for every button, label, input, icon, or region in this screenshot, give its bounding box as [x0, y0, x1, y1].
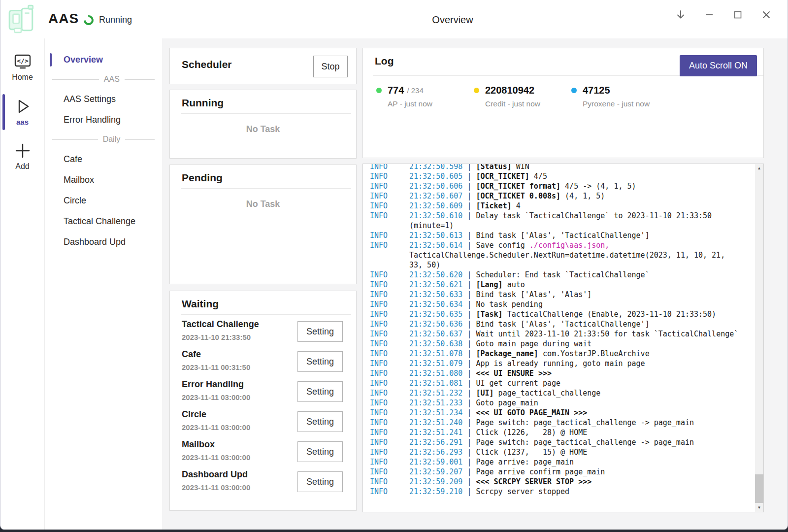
log-text-segment: [Package_name] [476, 349, 538, 358]
log-timestamp: 21:32:50.610 [409, 211, 462, 220]
log-timestamp: 21:32:51.080 [409, 369, 462, 378]
sidebar-item-label: Tactical Challenge [64, 216, 135, 226]
scrollbar-up-icon[interactable]: ▲ [755, 164, 763, 172]
log-level: INFO [370, 171, 409, 181]
task-setting-button[interactable]: Setting [297, 321, 343, 342]
task-setting-button[interactable]: Setting [297, 381, 343, 402]
log-message: 21:32:51.240 | Page switch: page_tactica… [409, 418, 742, 428]
log-line: INFO21:32:50.633 | Bind task ['Alas', 'A… [370, 290, 755, 299]
stat-top-row: 774/ 234 [376, 85, 474, 96]
sidebar-item-error-handling[interactable]: Error Handling [45, 109, 162, 130]
log-message: 21:32:50.606 | [OCR_TICKET format] 4/5 -… [409, 181, 742, 191]
task-setting-button[interactable]: Setting [297, 351, 343, 372]
scrollbar-thumb[interactable] [755, 474, 763, 503]
log-text-segment: <<< UI GOTO PAGE_MAIN >>> [476, 408, 587, 417]
log-level: INFO [370, 457, 409, 467]
log-message: 21:32:50.634 | No task pending [409, 299, 742, 309]
log-level: INFO [370, 368, 409, 378]
pending-empty-text: No Task [170, 199, 356, 209]
stop-button[interactable]: Stop [313, 56, 348, 77]
log-text-segment: Bind task ['Alas', 'TacticalChallenge'] [476, 231, 649, 240]
log-level: INFO [370, 290, 409, 299]
log-timestamp: 21:32:51.233 [409, 399, 462, 407]
play-icon [12, 96, 33, 117]
waiting-task-row: Tactical Challenge2023-11-10 21:33:50Set… [182, 317, 344, 347]
log-text-segment: [Lang] [476, 280, 502, 289]
log-text-segment: [UI] [476, 389, 493, 398]
divider-line [125, 79, 155, 80]
log-text-segment: (4, 1, 5) [560, 192, 605, 200]
scrollbar-down-icon[interactable]: ▼ [755, 503, 763, 512]
task-setting-button[interactable]: Setting [297, 441, 343, 462]
log-separator: | [462, 339, 476, 348]
log-line: INFO21:32:50.606 | [OCR_TICKET format] 4… [370, 181, 755, 191]
close-button[interactable] [758, 7, 775, 24]
stat-dot [474, 88, 479, 93]
app-logo-icon [6, 4, 36, 34]
log-message: 21:32:56.291 | Page switch: page_tactica… [409, 437, 742, 447]
rail-item-label: Add [15, 162, 29, 171]
log-line: INFO21:32:50.620 | Scheduler: End task `… [370, 270, 755, 280]
log-line: INFO21:32:59.210 | Scrcpy server stopped [370, 487, 755, 497]
log-timestamp: 21:32:50.621 [409, 280, 462, 289]
stat-top-row: 47125 [571, 85, 669, 96]
log-text-segment: 4 [512, 201, 521, 210]
log-separator: | [462, 241, 476, 250]
log-separator: | [462, 330, 476, 338]
rail-item-home[interactable]: </>Home [0, 48, 44, 87]
log-text-segment: 4/5 -> (4, 1, 5) [560, 182, 636, 191]
log-timestamp: 21:32:56.293 [409, 448, 462, 457]
rail-item-add[interactable]: Add [0, 137, 44, 176]
log-message: 21:32:51.232 | [UI] page_tactical_challe… [409, 388, 742, 398]
log-text-segment: Scheduler: End task `TacticalChallenge` [476, 270, 649, 279]
sidebar-item-mailbox[interactable]: Mailbox [45, 169, 162, 190]
sidebar-item-aas-settings[interactable]: AAS Settings [45, 89, 162, 109]
task-setting-button[interactable]: Setting [297, 411, 343, 432]
log-line: INFO21:32:51.233 | Goto page_main [370, 398, 755, 408]
log-timestamp: 21:32:50.635 [409, 310, 462, 319]
rail-item-aas[interactable]: aas [0, 93, 44, 131]
log-separator: | [462, 164, 476, 171]
log-message: 21:32:50.621 | [Lang] auto [409, 280, 742, 290]
sidebar-item-cafe[interactable]: Cafe [45, 149, 162, 169]
log-line: INFO21:32:51.079 | App is already runnin… [370, 359, 755, 368]
log-level: INFO [370, 418, 409, 428]
log-separator: | [462, 458, 476, 466]
page-title: Overview [432, 14, 473, 26]
log-message: 21:32:56.293 | Click (1237, 15) @ HOME [409, 447, 742, 457]
log-line: INFO21:32:51.234 | <<< UI GOTO PAGE_MAIN… [370, 408, 755, 418]
auto-scroll-button[interactable]: Auto Scroll ON [680, 55, 757, 76]
svg-text:</>: </> [17, 57, 29, 65]
maximize-button[interactable] [729, 7, 746, 24]
log-separator: | [462, 172, 476, 181]
download-icon [675, 9, 687, 22]
log-text-segment: Save config [476, 241, 529, 250]
sidebar-item-overview[interactable]: Overview [45, 49, 162, 70]
log-separator: | [462, 320, 476, 329]
log-message: 21:32:50.607 | [OCR_TICKET 0.008s] (4, 1… [409, 191, 742, 201]
log-timestamp: 21:32:50.637 [409, 330, 462, 338]
log-line: INFO21:32:59.001 | Page arrive: page_mai… [370, 457, 755, 467]
log-scrollbar[interactable]: ▲ ▼ [755, 164, 763, 512]
download-button[interactable] [672, 7, 689, 24]
log-text-segment: Scrcpy server stopped [476, 487, 569, 496]
running-card: Running No Task [169, 90, 357, 159]
minimize-button[interactable] [701, 7, 718, 24]
screen-edge-strip [0, 530, 788, 532]
stat-top-row: 220810942 [474, 85, 571, 96]
stat-dot [571, 88, 577, 93]
sidebar-item-tactical-challenge[interactable]: Tactical Challenge [45, 211, 162, 232]
log-level: INFO [370, 428, 409, 437]
log-line: INFO21:32:51.232 | [UI] page_tactical_ch… [370, 388, 755, 398]
task-setting-button[interactable]: Setting [297, 471, 343, 492]
log-message: 21:32:50.609 | [Ticket] 4 [409, 201, 742, 211]
log-line: INFO21:32:51.080 | <<< UI ENSURE >>> [370, 368, 755, 378]
sidebar-item-dashboard-upd[interactable]: Dashboard Upd [45, 232, 162, 252]
log-separator: | [462, 201, 476, 210]
log-message: 21:32:50.620 | Scheduler: End task `Tact… [409, 270, 742, 280]
log-text-segment: Wait until 2023-11-10 21:33:50 for task … [476, 330, 738, 338]
sidebar-item-circle[interactable]: Circle [45, 190, 162, 211]
log-message: 21:32:51.079 | App is already running, g… [409, 359, 742, 368]
log-timestamp: 21:32:50.609 [409, 201, 462, 210]
log-line: INFO21:32:50.638 | Goto main page during… [370, 339, 755, 349]
